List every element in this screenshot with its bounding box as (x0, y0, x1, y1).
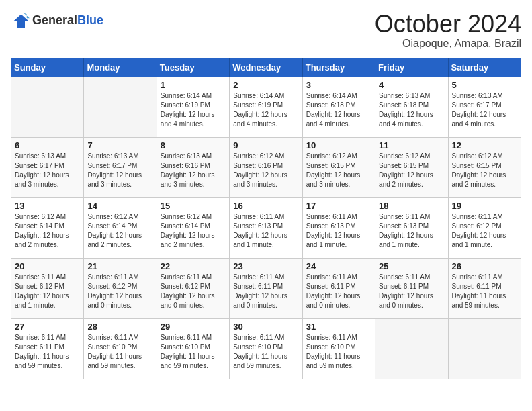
calendar-day-cell: 1Sunrise: 6:14 AM Sunset: 6:19 PM Daylig… (157, 77, 229, 137)
calendar-day-cell: 6Sunrise: 6:13 AM Sunset: 6:17 PM Daylig… (11, 137, 84, 197)
logo-icon (11, 11, 30, 30)
calendar-day-cell (448, 318, 521, 379)
day-info: Sunrise: 6:12 AM Sunset: 6:14 PM Dayligh… (87, 212, 152, 250)
calendar-day-cell: 5Sunrise: 6:13 AM Sunset: 6:17 PM Daylig… (448, 77, 521, 137)
weekday-header-cell: Thursday (302, 58, 375, 77)
weekday-header-cell: Sunday (11, 58, 84, 77)
day-info: Sunrise: 6:12 AM Sunset: 6:15 PM Dayligh… (379, 152, 444, 189)
day-info: Sunrise: 6:13 AM Sunset: 6:17 PM Dayligh… (87, 152, 152, 189)
calendar-day-cell: 24Sunrise: 6:11 AM Sunset: 6:11 PM Dayli… (302, 258, 375, 318)
calendar-day-cell: 13Sunrise: 6:12 AM Sunset: 6:14 PM Dayli… (11, 197, 84, 258)
day-number: 23 (233, 261, 298, 271)
day-number: 25 (379, 261, 444, 271)
calendar-day-cell: 4Sunrise: 6:13 AM Sunset: 6:18 PM Daylig… (375, 77, 448, 137)
weekday-header-cell: Friday (375, 58, 448, 77)
day-info: Sunrise: 6:11 AM Sunset: 6:10 PM Dayligh… (87, 333, 152, 371)
day-info: Sunrise: 6:11 AM Sunset: 6:12 PM Dayligh… (15, 273, 80, 310)
month-title: October 2024 (375, 11, 521, 38)
calendar-day-cell: 2Sunrise: 6:14 AM Sunset: 6:19 PM Daylig… (230, 77, 302, 137)
calendar-body: 1Sunrise: 6:14 AM Sunset: 6:19 PM Daylig… (11, 77, 521, 379)
day-number: 12 (452, 140, 517, 150)
calendar-day-cell: 15Sunrise: 6:12 AM Sunset: 6:14 PM Dayli… (157, 197, 229, 258)
calendar-week-row: 27Sunrise: 6:11 AM Sunset: 6:11 PM Dayli… (11, 318, 521, 379)
day-number: 11 (379, 140, 444, 150)
weekday-header-cell: Saturday (448, 58, 521, 77)
day-number: 15 (161, 201, 226, 211)
calendar-week-row: 6Sunrise: 6:13 AM Sunset: 6:17 PM Daylig… (11, 137, 521, 197)
weekday-header-cell: Monday (84, 58, 157, 77)
day-info: Sunrise: 6:11 AM Sunset: 6:11 PM Dayligh… (15, 333, 80, 371)
day-info: Sunrise: 6:13 AM Sunset: 6:17 PM Dayligh… (15, 152, 80, 189)
calendar-day-cell: 23Sunrise: 6:11 AM Sunset: 6:11 PM Dayli… (230, 258, 302, 318)
day-number: 30 (233, 322, 298, 332)
day-number: 2 (233, 80, 298, 90)
calendar-day-cell: 17Sunrise: 6:11 AM Sunset: 6:13 PM Dayli… (302, 197, 375, 258)
calendar-week-row: 13Sunrise: 6:12 AM Sunset: 6:14 PM Dayli… (11, 197, 521, 258)
day-number: 16 (233, 201, 298, 211)
day-info: Sunrise: 6:11 AM Sunset: 6:10 PM Dayligh… (161, 333, 226, 371)
day-number: 14 (87, 201, 152, 211)
day-info: Sunrise: 6:11 AM Sunset: 6:12 PM Dayligh… (87, 273, 152, 310)
calendar-day-cell (375, 318, 448, 379)
logo-text-general: General (32, 13, 77, 27)
day-info: Sunrise: 6:13 AM Sunset: 6:18 PM Dayligh… (379, 91, 444, 129)
day-info: Sunrise: 6:13 AM Sunset: 6:17 PM Dayligh… (452, 91, 517, 129)
day-number: 5 (452, 80, 517, 90)
logo: GeneralBlue (11, 11, 103, 30)
calendar-day-cell: 12Sunrise: 6:12 AM Sunset: 6:15 PM Dayli… (448, 137, 521, 197)
day-number: 13 (15, 201, 80, 211)
calendar-table: SundayMondayTuesdayWednesdayThursdayFrid… (11, 58, 521, 379)
weekday-header-cell: Tuesday (157, 58, 229, 77)
day-number: 6 (15, 140, 80, 150)
calendar-day-cell (11, 77, 84, 137)
calendar-day-cell: 20Sunrise: 6:11 AM Sunset: 6:12 PM Dayli… (11, 258, 84, 318)
day-info: Sunrise: 6:11 AM Sunset: 6:11 PM Dayligh… (452, 273, 517, 310)
day-number: 3 (306, 80, 371, 90)
day-info: Sunrise: 6:11 AM Sunset: 6:13 PM Dayligh… (379, 212, 444, 250)
day-info: Sunrise: 6:12 AM Sunset: 6:14 PM Dayligh… (161, 212, 226, 250)
header: GeneralBlue October 2024 Oiapoque, Amapa… (11, 11, 521, 50)
day-info: Sunrise: 6:11 AM Sunset: 6:10 PM Dayligh… (233, 333, 298, 371)
day-number: 24 (306, 261, 371, 271)
location-subtitle: Oiapoque, Amapa, Brazil (375, 38, 521, 50)
weekday-header-cell: Wednesday (230, 58, 302, 77)
calendar-week-row: 20Sunrise: 6:11 AM Sunset: 6:12 PM Dayli… (11, 258, 521, 318)
day-info: Sunrise: 6:12 AM Sunset: 6:14 PM Dayligh… (15, 212, 80, 250)
calendar-day-cell: 31Sunrise: 6:11 AM Sunset: 6:10 PM Dayli… (302, 318, 375, 379)
calendar-day-cell: 7Sunrise: 6:13 AM Sunset: 6:17 PM Daylig… (84, 137, 157, 197)
day-info: Sunrise: 6:11 AM Sunset: 6:13 PM Dayligh… (306, 212, 371, 250)
day-number: 29 (161, 322, 226, 332)
day-info: Sunrise: 6:11 AM Sunset: 6:11 PM Dayligh… (379, 273, 444, 310)
day-info: Sunrise: 6:14 AM Sunset: 6:19 PM Dayligh… (161, 91, 226, 129)
logo-text-blue: Blue (77, 13, 103, 27)
calendar-day-cell: 18Sunrise: 6:11 AM Sunset: 6:13 PM Dayli… (375, 197, 448, 258)
day-info: Sunrise: 6:14 AM Sunset: 6:19 PM Dayligh… (233, 91, 298, 129)
calendar-day-cell: 26Sunrise: 6:11 AM Sunset: 6:11 PM Dayli… (448, 258, 521, 318)
calendar-day-cell: 11Sunrise: 6:12 AM Sunset: 6:15 PM Dayli… (375, 137, 448, 197)
day-number: 17 (306, 201, 371, 211)
calendar-day-cell: 29Sunrise: 6:11 AM Sunset: 6:10 PM Dayli… (157, 318, 229, 379)
day-number: 27 (15, 322, 80, 332)
calendar-day-cell: 8Sunrise: 6:13 AM Sunset: 6:16 PM Daylig… (157, 137, 229, 197)
day-number: 22 (161, 261, 226, 271)
day-number: 31 (306, 322, 371, 332)
day-number: 26 (452, 261, 517, 271)
calendar-day-cell: 9Sunrise: 6:12 AM Sunset: 6:16 PM Daylig… (230, 137, 302, 197)
day-number: 10 (306, 140, 371, 150)
day-number: 28 (87, 322, 152, 332)
day-info: Sunrise: 6:11 AM Sunset: 6:12 PM Dayligh… (161, 273, 226, 310)
day-number: 4 (379, 80, 444, 90)
day-info: Sunrise: 6:12 AM Sunset: 6:15 PM Dayligh… (452, 152, 517, 189)
day-number: 21 (87, 261, 152, 271)
day-number: 20 (15, 261, 80, 271)
day-info: Sunrise: 6:13 AM Sunset: 6:16 PM Dayligh… (161, 152, 226, 189)
day-info: Sunrise: 6:11 AM Sunset: 6:11 PM Dayligh… (306, 273, 371, 310)
calendar-day-cell: 28Sunrise: 6:11 AM Sunset: 6:10 PM Dayli… (84, 318, 157, 379)
calendar-day-cell: 30Sunrise: 6:11 AM Sunset: 6:10 PM Dayli… (230, 318, 302, 379)
weekday-header-row: SundayMondayTuesdayWednesdayThursdayFrid… (11, 58, 521, 77)
calendar-day-cell: 25Sunrise: 6:11 AM Sunset: 6:11 PM Dayli… (375, 258, 448, 318)
calendar-day-cell: 3Sunrise: 6:14 AM Sunset: 6:18 PM Daylig… (302, 77, 375, 137)
calendar-day-cell: 22Sunrise: 6:11 AM Sunset: 6:12 PM Dayli… (157, 258, 229, 318)
calendar-day-cell: 10Sunrise: 6:12 AM Sunset: 6:15 PM Dayli… (302, 137, 375, 197)
calendar-day-cell: 16Sunrise: 6:11 AM Sunset: 6:13 PM Dayli… (230, 197, 302, 258)
